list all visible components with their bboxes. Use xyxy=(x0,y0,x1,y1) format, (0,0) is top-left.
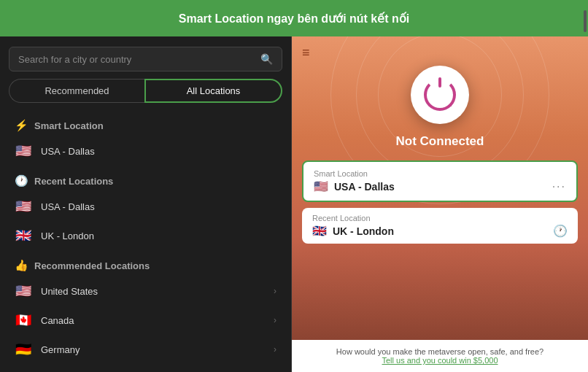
smart-card-options-button[interactable]: ··· xyxy=(552,180,566,193)
smart-card-label: Smart Location xyxy=(314,169,566,178)
location-name-ca: Canada xyxy=(41,315,265,326)
list-item[interactable]: 🇺🇸 United States › xyxy=(0,276,291,306)
location-list: ⚡ Smart Location 🇺🇸 USA - Dallas 🕐 Recen… xyxy=(0,110,291,372)
flag-icon-de: 🇩🇪 xyxy=(15,341,32,357)
smart-card-flag: 🇺🇸 xyxy=(314,179,328,193)
list-item[interactable]: 🇺🇸 USA - Dallas xyxy=(0,192,291,221)
search-bar: 🔍 xyxy=(9,47,282,71)
power-icon xyxy=(424,79,456,111)
search-input[interactable] xyxy=(18,54,255,65)
connection-status: Not Connected xyxy=(396,134,484,149)
hamburger-button[interactable]: ≡ xyxy=(302,45,310,61)
location-name-de: Germany xyxy=(41,344,265,355)
list-item[interactable]: 🇲🇽 Mexico › xyxy=(0,364,291,372)
location-name-us: United States xyxy=(41,286,265,297)
list-item[interactable]: 🇺🇸 USA - Dallas xyxy=(0,136,291,166)
location-name-usa-dallas-smart: USA - Dallas xyxy=(41,146,276,157)
tab-recommended[interactable]: Recommended xyxy=(9,79,144,103)
recent-card-label: Recent Location xyxy=(312,214,568,222)
location-name-usa-dallas-recent: USA - Dallas xyxy=(41,201,276,212)
power-button[interactable] xyxy=(411,66,469,124)
recent-card-location: 🇬🇧 UK - London xyxy=(312,224,394,238)
list-item[interactable]: 🇨🇦 Canada › xyxy=(0,306,291,335)
recommended-location-icon: 👍 xyxy=(15,259,28,272)
clock-icon: 🕐 xyxy=(553,224,568,238)
flag-icon-usa-dallas-recent: 🇺🇸 xyxy=(15,198,32,214)
recent-card-row: 🇬🇧 UK - London 🕐 xyxy=(312,224,568,238)
smart-card-name: USA - Dallas xyxy=(334,181,546,193)
smart-location-icon: ⚡ xyxy=(15,119,28,132)
top-banner: Smart Location ngay bên dưới nút kết nối xyxy=(0,0,588,36)
location-name-uk-london: UK - London xyxy=(41,230,276,241)
section-recommended: 👍 Recommended Locations xyxy=(0,250,291,276)
recent-location-card[interactable]: Recent Location 🇬🇧 UK - London 🕐 xyxy=(302,208,578,244)
search-icon: 🔍 xyxy=(260,53,273,65)
section-recent-label: Recent Locations xyxy=(34,176,113,187)
chevron-right-icon: › xyxy=(274,315,276,325)
section-recent: 🕐 Recent Locations xyxy=(0,166,291,192)
flag-icon-ca: 🇨🇦 xyxy=(15,312,32,328)
tabs-container: Recommended All Locations xyxy=(9,79,282,103)
chevron-right-icon: › xyxy=(274,286,276,296)
recent-card-name: UK - London xyxy=(333,225,394,237)
promo-link[interactable]: Tell us and you could win $5,000 xyxy=(302,356,578,365)
flag-icon-usa-dallas-smart: 🇺🇸 xyxy=(15,143,32,159)
left-panel: 🔍 Recommended All Locations ⚡ Smart Loca… xyxy=(0,36,292,372)
section-smart: ⚡ Smart Location xyxy=(0,110,291,136)
smart-location-card[interactable]: Smart Location 🇺🇸 USA - Dallas ··· xyxy=(302,160,578,202)
section-recommended-label: Recommended Locations xyxy=(34,260,150,271)
section-smart-label: Smart Location xyxy=(34,120,104,131)
flag-icon-uk-london: 🇬🇧 xyxy=(15,228,32,244)
promo-banner: How would you make the metaverse open, s… xyxy=(292,340,588,372)
chevron-right-icon: › xyxy=(274,344,276,354)
list-item[interactable]: 🇩🇪 Germany › xyxy=(0,335,291,364)
tab-all-locations[interactable]: All Locations xyxy=(144,79,282,103)
flag-icon-us: 🇺🇸 xyxy=(15,283,32,299)
scrollbar-thumb[interactable] xyxy=(584,10,587,32)
smart-card-location: 🇺🇸 USA - Dallas ··· xyxy=(314,179,566,193)
promo-text: How would you make the metaverse open, s… xyxy=(302,347,578,356)
recent-card-left: 🇬🇧 UK - London xyxy=(312,224,394,238)
recent-location-icon: 🕐 xyxy=(15,174,28,187)
banner-text: Smart Location ngay bên dưới nút kết nối xyxy=(179,12,409,26)
list-item[interactable]: 🇬🇧 UK - London xyxy=(0,221,291,250)
right-panel: ≡ Not Connected Smart Location 🇺🇸 USA - … xyxy=(292,36,588,372)
recent-card-flag: 🇬🇧 xyxy=(312,224,327,238)
